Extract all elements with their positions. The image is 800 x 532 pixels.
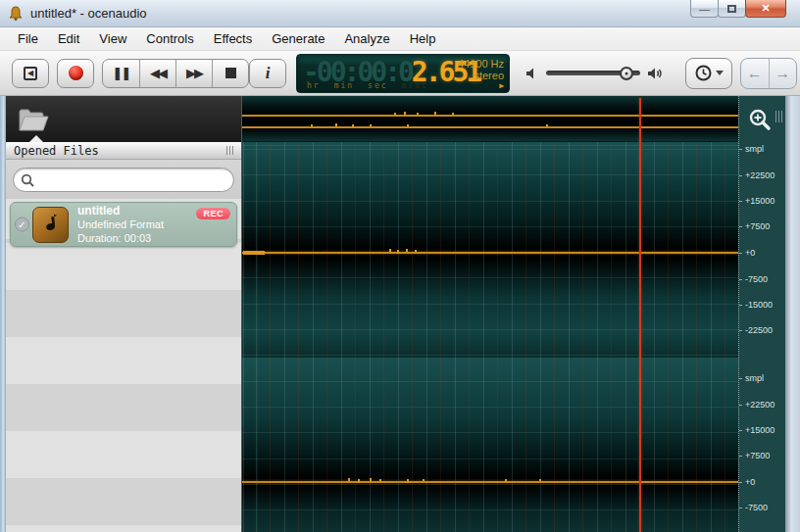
search-area <box>6 160 241 199</box>
scale-label: -7500 <box>745 503 768 512</box>
fast-forward-icon: ▶▶ <box>186 66 202 80</box>
volume-control <box>525 67 664 80</box>
stop-button[interactable] <box>212 60 248 87</box>
active-panel-notch <box>29 135 43 142</box>
scale-label: smpl <box>745 144 764 154</box>
scale-label: smpl <box>745 373 764 383</box>
amplitude-scale: smpl +22500 +15000 +7500 +0 -7500 -15000… <box>738 96 785 532</box>
menu-analyze[interactable]: Analyze <box>334 28 399 49</box>
pause-icon: ❚❚ <box>113 66 130 80</box>
close-button[interactable]: ✕ <box>745 0 786 18</box>
playhead-cursor[interactable] <box>639 98 641 532</box>
volume-high-icon <box>647 67 664 80</box>
scale-label: -15000 <box>745 300 773 310</box>
waveform-view[interactable] <box>242 142 738 532</box>
zoom-magnifier-icon[interactable] <box>747 108 773 133</box>
audio-file-icon <box>32 207 69 243</box>
menu-edit[interactable]: Edit <box>48 28 89 49</box>
scale-label: +15000 <box>745 196 775 206</box>
app-icon <box>8 6 24 22</box>
minimize-button[interactable]: — <box>690 0 719 18</box>
history-clock-button[interactable] <box>685 58 732 89</box>
chevron-down-icon <box>716 71 724 75</box>
scale-label: +0 <box>745 477 755 487</box>
info-button[interactable]: i <box>249 59 286 88</box>
content-area: Opened Files ✓ <box>0 96 800 532</box>
volume-low-icon <box>525 67 539 80</box>
file-duration: Duration: 00:03 <box>77 231 164 245</box>
window-right-border <box>785 96 800 532</box>
record-button[interactable] <box>57 59 94 88</box>
toolbar: ◀ ❚❚ ◀◀ ▶▶ i -00:00:02.651 hrminsecmsec … <box>0 51 800 96</box>
menu-view[interactable]: View <box>89 28 136 49</box>
nav-back-button[interactable]: ← <box>741 59 769 88</box>
back-arrow-icon: ← <box>747 65 763 82</box>
transport-group: ❚❚ ◀◀ ▶▶ <box>102 59 249 88</box>
scale-grip-icon[interactable] <box>775 111 782 122</box>
overview-minimap[interactable] <box>242 96 738 142</box>
minimize-icon: — <box>699 3 710 15</box>
search-icon <box>21 173 35 188</box>
recording-status-badge: REC <box>196 208 230 219</box>
opened-files-list: ✓ untitled Undefined Format Duration: 00… <box>6 199 241 532</box>
menu-help[interactable]: Help <box>400 28 446 49</box>
file-list-item[interactable]: ✓ untitled Undefined Format Duration: 00… <box>10 202 237 247</box>
scale-label: -22500 <box>745 325 773 335</box>
app-window: untitled* - ocenaudio — ✕ File Edit View… <box>0 0 800 532</box>
grid-overlay <box>242 142 738 532</box>
minimap-channel1-line <box>242 115 738 117</box>
search-input[interactable] <box>39 170 225 189</box>
scale-label: +7500 <box>745 221 770 231</box>
menu-file[interactable]: File <box>8 28 48 49</box>
record-icon <box>69 66 83 80</box>
menu-controls[interactable]: Controls <box>136 28 203 49</box>
menu-effects[interactable]: Effects <box>204 28 263 49</box>
file-name: untitled <box>77 204 164 218</box>
file-format: Undefined Format <box>77 218 164 231</box>
title-bar[interactable]: untitled* - ocenaudio — ✕ <box>0 0 800 27</box>
panel-grip-icon[interactable] <box>226 146 233 155</box>
maximize-button[interactable] <box>718 0 746 18</box>
rewind-icon: ◀◀ <box>150 66 166 80</box>
time-unit-labels: hrminsecmsec <box>307 81 442 90</box>
minimap-channel2-line <box>242 126 738 128</box>
scale-label: +22500 <box>745 170 775 180</box>
volume-slider[interactable] <box>546 71 640 75</box>
nav-forward-button[interactable]: → <box>769 59 797 88</box>
waveform-editor: smpl +22500 +15000 +7500 +0 -7500 -15000… <box>242 96 785 532</box>
menu-generate[interactable]: Generate <box>262 28 334 49</box>
opened-files-folder-icon[interactable] <box>18 107 49 132</box>
scale-label: +15000 <box>745 425 775 435</box>
sidebar-header <box>6 96 241 142</box>
channel2-waveform-line <box>242 481 738 483</box>
navigation-group: ← → <box>740 58 797 89</box>
skip-to-start-icon: ◀ <box>24 67 37 80</box>
volume-knob[interactable] <box>620 67 633 80</box>
rewind-button[interactable]: ◀◀ <box>139 60 175 87</box>
info-icon: i <box>266 64 271 83</box>
fast-forward-button[interactable]: ▶▶ <box>175 60 212 87</box>
close-icon: ✕ <box>761 2 770 15</box>
scale-label: -7500 <box>745 274 768 284</box>
sidebar: Opened Files ✓ <box>6 96 242 532</box>
panel-title: Opened Files <box>14 144 99 158</box>
maximize-icon <box>727 5 736 13</box>
sample-rate-label: 44100 Hz <box>458 58 504 70</box>
time-display[interactable]: -00:00:02.651 hrminsecmsec 44100 Hz ster… <box>296 54 510 93</box>
scale-label: +22500 <box>745 400 775 410</box>
forward-arrow-icon: → <box>775 65 790 82</box>
channel1-waveform-line <box>242 252 738 254</box>
scale-label: +0 <box>745 248 755 258</box>
pause-button[interactable]: ❚❚ <box>103 60 139 87</box>
file-selected-check-icon[interactable]: ✓ <box>15 218 29 232</box>
search-box <box>13 168 234 192</box>
window-title: untitled* - ocenaudio <box>30 6 147 21</box>
scale-label: +7500 <box>745 451 770 460</box>
time-display-expander[interactable]: ▶ <box>499 81 504 90</box>
menu-bar: File Edit View Controls Effects Generate… <box>0 27 800 51</box>
clock-icon <box>695 65 712 81</box>
stop-icon <box>225 68 236 78</box>
channel-mode-label: stereo <box>458 70 504 81</box>
skip-to-start-button[interactable]: ◀ <box>12 59 49 88</box>
panel-title-bar: Opened Files <box>6 142 241 160</box>
